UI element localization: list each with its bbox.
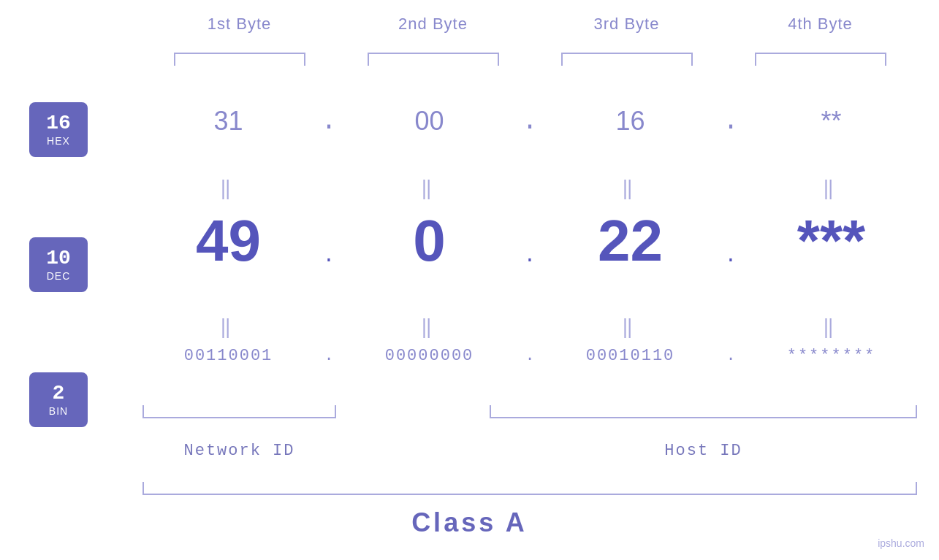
hex-dot1: .	[314, 107, 343, 137]
eq1: ‖	[142, 177, 314, 200]
equals-hex-dec: ‖ ‖ ‖ ‖	[142, 177, 917, 200]
hex-label: HEX	[47, 135, 70, 147]
eq7: ‖	[544, 315, 716, 339]
host-bracket	[490, 405, 917, 418]
bin-dot2: .	[515, 347, 544, 365]
byte1-header: 1st Byte	[142, 15, 336, 34]
equals-dec-bin: ‖ ‖ ‖ ‖	[142, 315, 917, 339]
dec-badge: 10 DEC	[29, 237, 88, 292]
base-labels: 16 HEX 10 DEC 2 BIN	[29, 102, 88, 427]
dec-label: DEC	[47, 270, 71, 282]
hex-num: 16	[46, 112, 71, 135]
bin-byte2: 00000000	[343, 347, 515, 365]
byte3-header: 3rd Byte	[530, 15, 723, 34]
byte4-header: 4th Byte	[723, 15, 917, 34]
dec-num: 10	[46, 248, 71, 270]
eq-dot2	[515, 177, 544, 200]
eq6: ‖	[343, 315, 515, 339]
bracket-top-4	[755, 53, 886, 66]
hex-byte2: 00	[343, 106, 515, 137]
hex-dot2: .	[515, 107, 544, 137]
bracket-top-3	[561, 53, 693, 66]
dec-byte3: 22	[544, 212, 716, 270]
hex-byte1: 31	[142, 106, 314, 137]
bracket-cell-3	[530, 53, 723, 66]
main-container: 1st Byte 2nd Byte 3rd Byte 4th Byte 16 H…	[0, 0, 939, 560]
eq-dot4	[314, 315, 343, 339]
dec-row: 49 . 0 . 22 . ***	[142, 212, 917, 270]
network-bracket	[142, 405, 336, 418]
dec-dot2: .	[515, 215, 544, 267]
bin-label: BIN	[49, 405, 68, 417]
bracket-top-1	[174, 53, 305, 66]
bin-row: 00110001 . 00000000 . 00010110 . *******…	[142, 347, 917, 365]
hex-dot3: .	[716, 107, 745, 137]
top-brackets	[142, 53, 917, 66]
hex-byte4: **	[745, 106, 917, 137]
eq-dot5	[515, 315, 544, 339]
big-bottom-bracket	[142, 482, 917, 495]
hex-byte3: 16	[544, 106, 716, 137]
byte2-header: 2nd Byte	[336, 15, 530, 34]
bin-badge: 2 BIN	[29, 372, 88, 427]
id-labels: Network ID Host ID	[142, 442, 917, 460]
dec-byte4: ***	[745, 212, 917, 270]
eq3: ‖	[544, 177, 716, 200]
byte-headers: 1st Byte 2nd Byte 3rd Byte 4th Byte	[142, 15, 917, 34]
hex-row: 31 . 00 . 16 . **	[142, 106, 917, 137]
bracket-top-2	[368, 53, 499, 66]
bin-dot3: .	[716, 347, 745, 365]
bottom-brackets	[142, 405, 917, 418]
bin-num: 2	[53, 383, 65, 405]
dec-dot1: .	[314, 215, 343, 267]
host-id-label: Host ID	[490, 442, 917, 460]
eq-dot1	[314, 177, 343, 200]
bracket-cell-2	[336, 53, 530, 66]
hex-badge: 16 HEX	[29, 102, 88, 157]
class-label: Class A	[0, 507, 939, 538]
bin-byte1: 00110001	[142, 347, 314, 365]
watermark: ipshu.com	[878, 537, 924, 549]
eq-dot6	[716, 315, 745, 339]
dec-byte2: 0	[343, 212, 515, 270]
bracket-cell-1	[142, 53, 336, 66]
eq-dot3	[716, 177, 745, 200]
eq8: ‖	[745, 315, 917, 339]
bracket-cell-4	[723, 53, 917, 66]
dec-dot3: .	[716, 215, 745, 267]
bin-byte3: 00010110	[544, 347, 716, 365]
eq4: ‖	[745, 177, 917, 200]
eq5: ‖	[142, 315, 314, 339]
bin-byte4: ********	[745, 347, 917, 365]
dec-byte1: 49	[142, 212, 314, 270]
eq2: ‖	[343, 177, 515, 200]
network-id-label: Network ID	[142, 442, 336, 460]
bin-dot1: .	[314, 347, 343, 365]
